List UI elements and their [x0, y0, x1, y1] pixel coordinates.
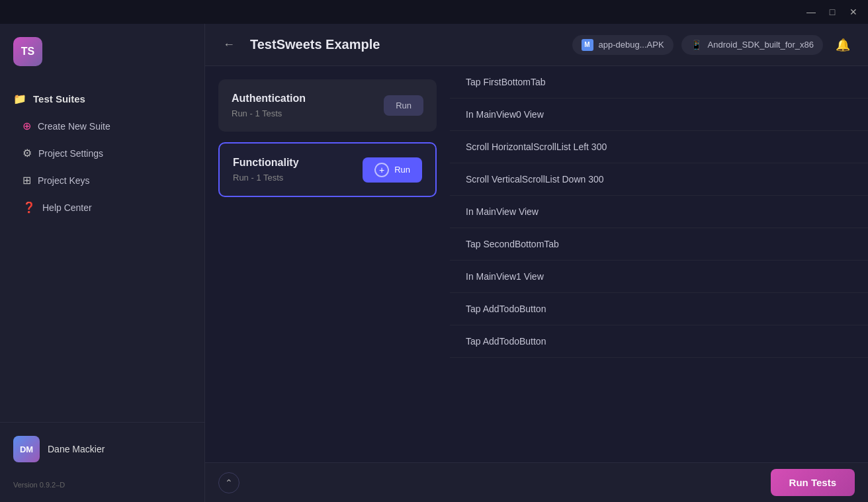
key-icon: ⊞ [22, 174, 31, 187]
run-button-authentication[interactable]: Run [384, 95, 423, 116]
logo-avatar: TS [13, 37, 42, 66]
project-settings-label: Project Settings [38, 148, 103, 159]
folder-icon: 📁 [13, 93, 26, 105]
minimize-button[interactable]: — [802, 3, 820, 21]
suite-info: Authentication Run - 1 Tests [232, 93, 306, 118]
page-title: TestSweets Example [250, 37, 562, 52]
suite-card-authentication[interactable]: Authentication Run - 1 Tests Run [218, 79, 437, 132]
plus-icon: + [374, 163, 389, 177]
sidebar-item-project-keys[interactable]: ⊞ Project Keys [7, 167, 198, 193]
suite-meta-functionality: Run - 1 Tests [233, 173, 299, 183]
create-new-suite-label: Create New Suite [38, 121, 110, 132]
title-bar: — □ ✕ [0, 0, 868, 24]
run-label-functionality: Run [394, 165, 410, 175]
help-center-label: Help Center [42, 202, 92, 213]
apk-icon: M [582, 39, 593, 51]
test-step-7[interactable]: Tap AddTodoButton [450, 293, 868, 325]
suite-card-functionality[interactable]: Functionality Run - 1 Tests + Run [218, 142, 437, 197]
apk-chip[interactable]: M app-debug...APK [572, 35, 673, 55]
run-tests-button[interactable]: Run Tests [771, 469, 855, 496]
maximize-button[interactable]: □ [823, 3, 842, 21]
sidebar-item-project-settings[interactable]: ⚙ Project Settings [7, 140, 198, 166]
test-step-1[interactable]: In MainView0 View [450, 99, 868, 131]
test-step-5[interactable]: Tap SecondBottomTab [450, 228, 868, 261]
project-keys-label: Project Keys [38, 175, 90, 186]
sidebar-item-help-center[interactable]: ❓ Help Center [7, 194, 198, 220]
test-step-0[interactable]: Tap FirstBottomTab [450, 66, 868, 99]
close-button[interactable]: ✕ [844, 3, 863, 21]
right-panel: Tap FirstBottomTab In MainView0 View Scr… [450, 66, 868, 462]
suite-meta: Run - 1 Tests [232, 108, 306, 118]
test-step-4[interactable]: In MainView View [450, 196, 868, 228]
apk-label: app-debug...APK [599, 40, 664, 50]
suite-name-functionality: Functionality [233, 157, 299, 169]
sidebar-logo: TS [0, 37, 204, 86]
content-area: ← TestSweets Example M app-debug...APK 📱… [205, 24, 868, 502]
avatar: DM [13, 436, 40, 462]
help-icon: ❓ [22, 201, 36, 214]
content-main: Authentication Run - 1 Tests Run Functio… [205, 66, 868, 462]
test-step-8[interactable]: Tap AddTodoButton [450, 325, 868, 358]
suite-name: Authentication [232, 93, 306, 105]
gear-icon: ⚙ [22, 147, 32, 159]
main-layout: TS 📁 Test Suites ⊕ Create New Suite ⚙ Pr… [0, 24, 868, 502]
header-chips: M app-debug...APK 📱 Android_SDK_built_fo… [572, 33, 855, 57]
content-header: ← TestSweets Example M app-debug...APK 📱… [205, 24, 868, 66]
back-button[interactable]: ← [218, 34, 239, 56]
version-text: Version 0.9.2–D [0, 476, 204, 489]
notification-button[interactable]: 🔔 [831, 33, 855, 57]
collapse-button[interactable]: ⌃ [218, 472, 239, 493]
sidebar-item-test-suites[interactable]: 📁 Test Suites [7, 86, 198, 112]
device-label: Android_SDK_built_for_x86 [708, 40, 814, 50]
sidebar-nav: 📁 Test Suites ⊕ Create New Suite ⚙ Proje… [0, 86, 204, 422]
left-panel: Authentication Run - 1 Tests Run Functio… [205, 66, 450, 462]
test-step-3[interactable]: Scroll VerticalScrollList Down 300 [450, 163, 868, 196]
device-chip[interactable]: 📱 Android_SDK_built_for_x86 [681, 35, 823, 55]
test-step-6[interactable]: In MainView1 View [450, 261, 868, 293]
create-icon: ⊕ [22, 120, 31, 132]
phone-icon: 📱 [691, 39, 703, 51]
user-info: DM Dane Mackier [13, 436, 191, 462]
bottom-bar: ⌃ Run Tests [205, 462, 868, 502]
sidebar-bottom: DM Dane Mackier [0, 422, 204, 476]
user-name: Dane Mackier [48, 444, 105, 454]
sidebar-test-suites-label: Test Suites [33, 93, 85, 105]
sidebar-item-create-new-suite[interactable]: ⊕ Create New Suite [7, 113, 198, 139]
test-step-2[interactable]: Scroll HorizontalScrollList Left 300 [450, 131, 868, 163]
suite-info-functionality: Functionality Run - 1 Tests [233, 157, 299, 183]
sidebar: TS 📁 Test Suites ⊕ Create New Suite ⚙ Pr… [0, 24, 205, 502]
run-button-functionality[interactable]: + Run [363, 157, 422, 183]
